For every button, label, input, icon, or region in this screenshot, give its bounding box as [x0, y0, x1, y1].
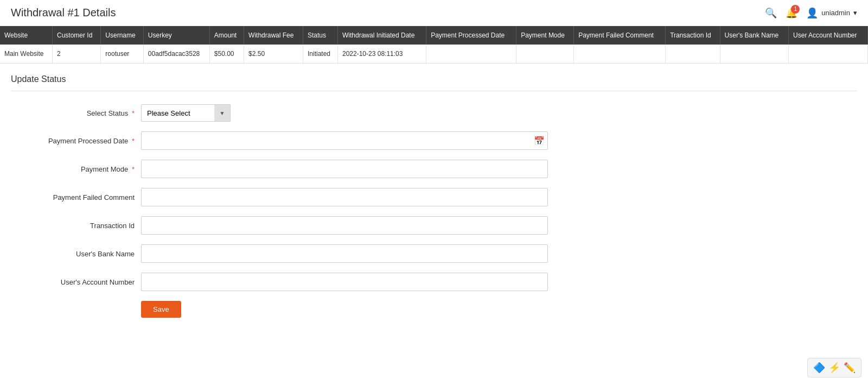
table-cell: rootuser: [101, 45, 143, 64]
user-name: uniadmin: [821, 9, 850, 17]
select-status-wrapper: Please Select Approved Rejected Pending …: [141, 104, 231, 122]
col-withdrawal-fee: Withdrawal Fee: [244, 26, 303, 45]
select-status-label: Select Status *: [11, 109, 141, 117]
users-account-number-row: User's Account Number: [11, 273, 857, 291]
save-button[interactable]: Save: [141, 301, 181, 318]
transaction-id-row: Transaction Id: [11, 216, 857, 235]
users-bank-name-label: User's Bank Name: [11, 250, 141, 258]
date-input-wrapper: 📅: [141, 131, 548, 150]
col-user-account-number: User Account Number: [789, 26, 868, 45]
select-status-row: Select Status * Please Select Approved R…: [11, 104, 857, 122]
table-cell: [789, 45, 868, 64]
users-account-number-label: User's Account Number: [11, 278, 141, 286]
payment-mode-row: Payment Mode *: [11, 160, 857, 178]
user-icon: 👤: [806, 7, 818, 19]
notification-button[interactable]: 🔔 1: [786, 7, 797, 19]
table-cell: $50.00: [209, 45, 244, 64]
update-status-title: Update Status: [11, 74, 857, 84]
payment-processed-date-label: Payment Processed Date *: [11, 137, 141, 145]
table-cell: [720, 45, 789, 64]
notification-badge: 1: [791, 5, 800, 14]
col-amount: Amount: [209, 26, 244, 45]
col-payment-failed-comment: Payment Failed Comment: [574, 26, 666, 45]
users-account-number-input[interactable]: [141, 273, 548, 291]
col-username: Username: [101, 26, 143, 45]
data-table-section: Website Customer Id Username Userkey Amo…: [0, 26, 868, 64]
table-cell: [516, 45, 574, 64]
table-cell: $2.50: [244, 45, 303, 64]
search-button[interactable]: 🔍: [765, 7, 777, 19]
page-title: Withdrawal #1 Details: [11, 7, 116, 19]
col-payment-processed-date: Payment Processed Date: [426, 26, 516, 45]
required-star: *: [132, 109, 135, 117]
payment-processed-date-row: Payment Processed Date * 📅: [11, 131, 857, 150]
col-website: Website: [0, 26, 53, 45]
transaction-id-label: Transaction Id: [11, 222, 141, 230]
save-row: Save: [11, 301, 857, 318]
select-status-dropdown[interactable]: Please Select Approved Rejected Pending: [141, 104, 231, 122]
table-cell: 2022-10-23 08:11:03: [337, 45, 426, 64]
withdrawal-table: Website Customer Id Username Userkey Amo…: [0, 26, 868, 64]
payment-failed-comment-input[interactable]: [141, 188, 548, 206]
table-header-row: Website Customer Id Username Userkey Amo…: [0, 26, 868, 45]
payment-failed-comment-row: Payment Failed Comment: [11, 188, 857, 206]
col-withdrawal-initiated-date: Withdrawal Initiated Date: [337, 26, 426, 45]
col-payment-mode: Payment Mode: [516, 26, 574, 45]
required-star-mode: *: [132, 165, 135, 173]
col-transaction-id: Transaction Id: [666, 26, 720, 45]
table-cell: [426, 45, 516, 64]
table-row: Main Website2rootuser00adf5dacac3528$50.…: [0, 45, 868, 64]
header-actions: 🔍 🔔 1 👤 uniadmin ▾: [765, 7, 857, 19]
col-users-bank-name: User's Bank Name: [720, 26, 789, 45]
table-cell: [574, 45, 666, 64]
table-cell: Initiated: [303, 45, 337, 64]
col-userkey: Userkey: [143, 26, 209, 45]
payment-mode-label: Payment Mode *: [11, 165, 141, 173]
payment-failed-comment-label: Payment Failed Comment: [11, 193, 141, 202]
col-status: Status: [303, 26, 337, 45]
top-header: Withdrawal #1 Details 🔍 🔔 1 👤 uniadmin ▾: [0, 0, 868, 26]
users-bank-name-input[interactable]: [141, 244, 548, 263]
table-cell: [666, 45, 720, 64]
required-star-date: *: [132, 137, 135, 145]
payment-mode-input[interactable]: [141, 160, 548, 178]
transaction-id-input[interactable]: [141, 216, 548, 235]
user-menu-button[interactable]: 👤 uniadmin ▾: [806, 7, 857, 19]
section-divider: [11, 91, 857, 91]
table-cell: 2: [53, 45, 101, 64]
table-cell: Main Website: [0, 45, 53, 64]
calendar-icon[interactable]: 📅: [534, 136, 545, 146]
payment-processed-date-input[interactable]: [141, 131, 548, 150]
user-dropdown-arrow: ▾: [853, 9, 857, 17]
update-status-section: Update Status Select Status * Please Sel…: [0, 64, 868, 338]
search-icon: 🔍: [765, 8, 777, 18]
col-customer-id: Customer Id: [53, 26, 101, 45]
table-cell: 00adf5dacac3528: [143, 45, 209, 64]
users-bank-name-row: User's Bank Name: [11, 244, 857, 263]
